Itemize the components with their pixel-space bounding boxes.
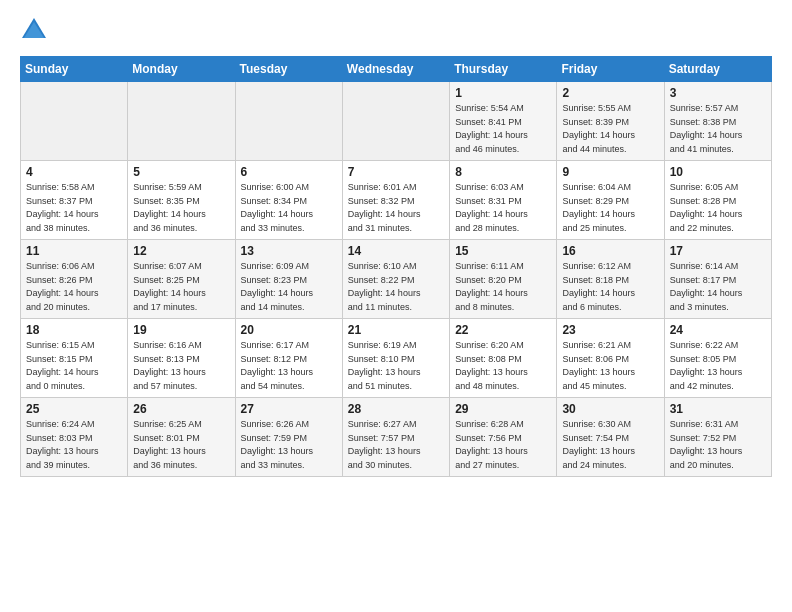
calendar-day-header: Thursday <box>450 57 557 82</box>
day-number: 20 <box>241 323 337 337</box>
calendar-cell: 31Sunrise: 6:31 AM Sunset: 7:52 PM Dayli… <box>664 398 771 477</box>
calendar-cell: 21Sunrise: 6:19 AM Sunset: 8:10 PM Dayli… <box>342 319 449 398</box>
day-info: Sunrise: 6:05 AM Sunset: 8:28 PM Dayligh… <box>670 181 766 235</box>
day-number: 21 <box>348 323 444 337</box>
day-info: Sunrise: 5:58 AM Sunset: 8:37 PM Dayligh… <box>26 181 122 235</box>
day-number: 9 <box>562 165 658 179</box>
calendar-cell: 1Sunrise: 5:54 AM Sunset: 8:41 PM Daylig… <box>450 82 557 161</box>
day-info: Sunrise: 6:00 AM Sunset: 8:34 PM Dayligh… <box>241 181 337 235</box>
calendar-cell: 10Sunrise: 6:05 AM Sunset: 8:28 PM Dayli… <box>664 161 771 240</box>
calendar-header-row: SundayMondayTuesdayWednesdayThursdayFrid… <box>21 57 772 82</box>
day-info: Sunrise: 6:04 AM Sunset: 8:29 PM Dayligh… <box>562 181 658 235</box>
calendar-cell: 26Sunrise: 6:25 AM Sunset: 8:01 PM Dayli… <box>128 398 235 477</box>
day-info: Sunrise: 6:01 AM Sunset: 8:32 PM Dayligh… <box>348 181 444 235</box>
day-info: Sunrise: 5:57 AM Sunset: 8:38 PM Dayligh… <box>670 102 766 156</box>
day-number: 14 <box>348 244 444 258</box>
calendar-cell: 12Sunrise: 6:07 AM Sunset: 8:25 PM Dayli… <box>128 240 235 319</box>
day-number: 7 <box>348 165 444 179</box>
day-info: Sunrise: 6:16 AM Sunset: 8:13 PM Dayligh… <box>133 339 229 393</box>
calendar-week-row: 25Sunrise: 6:24 AM Sunset: 8:03 PM Dayli… <box>21 398 772 477</box>
calendar-cell: 16Sunrise: 6:12 AM Sunset: 8:18 PM Dayli… <box>557 240 664 319</box>
day-number: 19 <box>133 323 229 337</box>
day-info: Sunrise: 5:59 AM Sunset: 8:35 PM Dayligh… <box>133 181 229 235</box>
day-info: Sunrise: 6:09 AM Sunset: 8:23 PM Dayligh… <box>241 260 337 314</box>
day-number: 3 <box>670 86 766 100</box>
calendar-cell: 15Sunrise: 6:11 AM Sunset: 8:20 PM Dayli… <box>450 240 557 319</box>
day-number: 12 <box>133 244 229 258</box>
calendar-day-header: Sunday <box>21 57 128 82</box>
day-info: Sunrise: 6:28 AM Sunset: 7:56 PM Dayligh… <box>455 418 551 472</box>
day-number: 10 <box>670 165 766 179</box>
calendar-cell: 13Sunrise: 6:09 AM Sunset: 8:23 PM Dayli… <box>235 240 342 319</box>
day-number: 2 <box>562 86 658 100</box>
day-info: Sunrise: 5:55 AM Sunset: 8:39 PM Dayligh… <box>562 102 658 156</box>
day-info: Sunrise: 6:06 AM Sunset: 8:26 PM Dayligh… <box>26 260 122 314</box>
day-number: 4 <box>26 165 122 179</box>
day-number: 27 <box>241 402 337 416</box>
calendar-day-header: Saturday <box>664 57 771 82</box>
day-number: 29 <box>455 402 551 416</box>
calendar-cell: 27Sunrise: 6:26 AM Sunset: 7:59 PM Dayli… <box>235 398 342 477</box>
day-number: 5 <box>133 165 229 179</box>
page: SundayMondayTuesdayWednesdayThursdayFrid… <box>0 0 792 612</box>
day-info: Sunrise: 6:17 AM Sunset: 8:12 PM Dayligh… <box>241 339 337 393</box>
calendar-cell: 8Sunrise: 6:03 AM Sunset: 8:31 PM Daylig… <box>450 161 557 240</box>
day-info: Sunrise: 6:27 AM Sunset: 7:57 PM Dayligh… <box>348 418 444 472</box>
calendar-cell: 14Sunrise: 6:10 AM Sunset: 8:22 PM Dayli… <box>342 240 449 319</box>
day-number: 15 <box>455 244 551 258</box>
logo <box>20 16 52 44</box>
day-number: 30 <box>562 402 658 416</box>
calendar-week-row: 4Sunrise: 5:58 AM Sunset: 8:37 PM Daylig… <box>21 161 772 240</box>
day-number: 25 <box>26 402 122 416</box>
day-info: Sunrise: 6:24 AM Sunset: 8:03 PM Dayligh… <box>26 418 122 472</box>
calendar-cell: 30Sunrise: 6:30 AM Sunset: 7:54 PM Dayli… <box>557 398 664 477</box>
calendar-day-header: Monday <box>128 57 235 82</box>
logo-icon <box>20 16 48 44</box>
day-number: 24 <box>670 323 766 337</box>
day-info: Sunrise: 6:14 AM Sunset: 8:17 PM Dayligh… <box>670 260 766 314</box>
day-info: Sunrise: 6:20 AM Sunset: 8:08 PM Dayligh… <box>455 339 551 393</box>
calendar-cell: 23Sunrise: 6:21 AM Sunset: 8:06 PM Dayli… <box>557 319 664 398</box>
calendar-cell: 28Sunrise: 6:27 AM Sunset: 7:57 PM Dayli… <box>342 398 449 477</box>
calendar-cell <box>128 82 235 161</box>
calendar-cell <box>21 82 128 161</box>
calendar-week-row: 1Sunrise: 5:54 AM Sunset: 8:41 PM Daylig… <box>21 82 772 161</box>
day-number: 28 <box>348 402 444 416</box>
day-number: 6 <box>241 165 337 179</box>
day-info: Sunrise: 6:25 AM Sunset: 8:01 PM Dayligh… <box>133 418 229 472</box>
calendar-cell: 24Sunrise: 6:22 AM Sunset: 8:05 PM Dayli… <box>664 319 771 398</box>
calendar-cell: 6Sunrise: 6:00 AM Sunset: 8:34 PM Daylig… <box>235 161 342 240</box>
day-info: Sunrise: 6:21 AM Sunset: 8:06 PM Dayligh… <box>562 339 658 393</box>
day-info: Sunrise: 6:11 AM Sunset: 8:20 PM Dayligh… <box>455 260 551 314</box>
day-info: Sunrise: 6:26 AM Sunset: 7:59 PM Dayligh… <box>241 418 337 472</box>
day-number: 17 <box>670 244 766 258</box>
day-number: 16 <box>562 244 658 258</box>
calendar-cell: 5Sunrise: 5:59 AM Sunset: 8:35 PM Daylig… <box>128 161 235 240</box>
day-info: Sunrise: 6:15 AM Sunset: 8:15 PM Dayligh… <box>26 339 122 393</box>
day-number: 1 <box>455 86 551 100</box>
calendar-week-row: 11Sunrise: 6:06 AM Sunset: 8:26 PM Dayli… <box>21 240 772 319</box>
calendar-cell <box>342 82 449 161</box>
calendar-cell: 17Sunrise: 6:14 AM Sunset: 8:17 PM Dayli… <box>664 240 771 319</box>
calendar-cell: 3Sunrise: 5:57 AM Sunset: 8:38 PM Daylig… <box>664 82 771 161</box>
calendar-cell: 11Sunrise: 6:06 AM Sunset: 8:26 PM Dayli… <box>21 240 128 319</box>
calendar-cell: 18Sunrise: 6:15 AM Sunset: 8:15 PM Dayli… <box>21 319 128 398</box>
header <box>20 16 772 44</box>
calendar-week-row: 18Sunrise: 6:15 AM Sunset: 8:15 PM Dayli… <box>21 319 772 398</box>
day-number: 22 <box>455 323 551 337</box>
day-info: Sunrise: 6:19 AM Sunset: 8:10 PM Dayligh… <box>348 339 444 393</box>
calendar-cell <box>235 82 342 161</box>
day-info: Sunrise: 6:07 AM Sunset: 8:25 PM Dayligh… <box>133 260 229 314</box>
day-info: Sunrise: 6:22 AM Sunset: 8:05 PM Dayligh… <box>670 339 766 393</box>
day-number: 8 <box>455 165 551 179</box>
day-number: 26 <box>133 402 229 416</box>
calendar-cell: 7Sunrise: 6:01 AM Sunset: 8:32 PM Daylig… <box>342 161 449 240</box>
calendar-cell: 29Sunrise: 6:28 AM Sunset: 7:56 PM Dayli… <box>450 398 557 477</box>
calendar-day-header: Tuesday <box>235 57 342 82</box>
day-info: Sunrise: 5:54 AM Sunset: 8:41 PM Dayligh… <box>455 102 551 156</box>
day-number: 18 <box>26 323 122 337</box>
day-info: Sunrise: 6:03 AM Sunset: 8:31 PM Dayligh… <box>455 181 551 235</box>
day-info: Sunrise: 6:30 AM Sunset: 7:54 PM Dayligh… <box>562 418 658 472</box>
day-number: 23 <box>562 323 658 337</box>
day-number: 13 <box>241 244 337 258</box>
